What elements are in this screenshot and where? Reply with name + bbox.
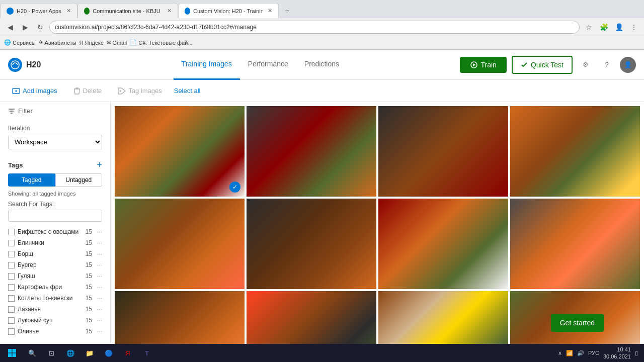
tag-name-5[interactable]: Картофель фри bbox=[18, 284, 83, 291]
url-input[interactable]: customvision.ai/projects/86fcf23c-6da7-4… bbox=[49, 21, 580, 34]
tag-name-7[interactable]: Лазанья bbox=[18, 306, 83, 313]
image-cell[interactable] bbox=[378, 291, 508, 344]
image-cell[interactable] bbox=[115, 199, 245, 289]
tag-item: Лазанья 15 ··· bbox=[8, 304, 102, 314]
forward-button[interactable]: ▶ bbox=[19, 21, 31, 33]
tab-predictions[interactable]: Predictions bbox=[296, 50, 347, 80]
tag-checkbox-4[interactable] bbox=[8, 273, 15, 280]
tab-1[interactable]: H20 - Power Apps ✕ bbox=[0, 3, 77, 18]
tab-3-close[interactable]: ✕ bbox=[268, 8, 272, 14]
tag-count-4: 15 bbox=[86, 273, 92, 280]
tag-checkbox-7[interactable] bbox=[8, 306, 15, 313]
tag-count-7: 15 bbox=[86, 306, 92, 313]
bookmark-gmail[interactable]: ✉ Gmail bbox=[107, 39, 127, 46]
bookmark-avia[interactable]: ✈ Авиабилеты bbox=[39, 39, 76, 46]
search-tags-input[interactable] bbox=[8, 210, 102, 222]
tab-2-close[interactable]: ✕ bbox=[167, 8, 172, 14]
tag-checkbox-6[interactable] bbox=[8, 295, 15, 302]
tag-more-9[interactable]: ··· bbox=[97, 328, 102, 335]
tab-2[interactable]: Communication site - KBJU - Bo... ✕ bbox=[77, 3, 178, 18]
image-cell[interactable] bbox=[378, 199, 508, 289]
tag-more-7[interactable]: ··· bbox=[97, 306, 102, 313]
tag-count-6: 15 bbox=[86, 295, 92, 302]
tag-checkbox-2[interactable] bbox=[8, 251, 15, 257]
filter-label: Filter bbox=[18, 107, 33, 115]
taskbar: 🔍 ⊡ 🌐 📁 🔵 Я T ∧ 📶 🔊 РУС 10:41 30.06.2021… bbox=[0, 344, 644, 344]
image-cell[interactable]: ✓ bbox=[115, 106, 245, 197]
main-content: Filter Iteration Workspace Tags + Tagged… bbox=[0, 102, 644, 344]
tag-name-4[interactable]: Гуляш bbox=[18, 273, 83, 280]
tag-more-5[interactable]: ··· bbox=[97, 284, 102, 291]
star-button[interactable]: ☆ bbox=[583, 21, 595, 33]
refresh-button[interactable]: ↻ bbox=[34, 21, 46, 33]
tag-name-3[interactable]: Бургер bbox=[18, 261, 83, 268]
tag-checkbox-1[interactable] bbox=[8, 240, 15, 246]
add-images-button[interactable]: Add images bbox=[8, 85, 61, 97]
tag-checkbox-3[interactable] bbox=[8, 262, 15, 268]
delete-icon bbox=[73, 87, 80, 95]
tags-section: Tags + Tagged Untagged Showing: all tagg… bbox=[0, 155, 110, 339]
tag-count-5: 15 bbox=[86, 284, 92, 291]
tag-item: Картофель фри 15 ··· bbox=[8, 282, 102, 292]
tab-training-images[interactable]: Training Images bbox=[174, 50, 240, 80]
tag-checkbox-9[interactable] bbox=[8, 328, 15, 335]
get-started-button[interactable]: Get started bbox=[551, 314, 604, 332]
tag-more-3[interactable]: ··· bbox=[97, 261, 102, 268]
quick-test-button[interactable]: Quick Test bbox=[512, 56, 573, 74]
tag-images-button[interactable]: Tag images bbox=[114, 85, 166, 97]
tag-item: Котлеты по-киевски 15 ··· bbox=[8, 293, 102, 303]
train-button[interactable]: Train bbox=[460, 57, 507, 73]
tag-count-1: 15 bbox=[86, 239, 92, 246]
image-cell[interactable] bbox=[510, 106, 640, 197]
tag-name-1[interactable]: Блинчики bbox=[18, 239, 83, 246]
tab-3-title: Custom Vision: H20 - Training Im... bbox=[193, 8, 263, 14]
image-cell[interactable] bbox=[247, 291, 376, 344]
image-cell[interactable] bbox=[378, 106, 508, 197]
tag-more-2[interactable]: ··· bbox=[97, 250, 102, 257]
image-cell[interactable] bbox=[247, 106, 376, 197]
tab-2-icon bbox=[84, 8, 90, 15]
nav-tabs: Training Images Performance Predictions bbox=[61, 50, 459, 80]
bookmark-yandex[interactable]: Я Яндекс bbox=[79, 40, 104, 46]
user-avatar[interactable]: 👤 bbox=[620, 57, 636, 73]
delete-button[interactable]: Delete bbox=[69, 85, 106, 97]
tag-more-1[interactable]: ··· bbox=[97, 239, 102, 246]
settings-button[interactable]: ⋮ bbox=[628, 21, 640, 33]
new-tab-button[interactable]: ＋ bbox=[279, 3, 295, 18]
tag-name-6[interactable]: Котлеты по-киевски bbox=[18, 295, 83, 302]
tag-checkbox-8[interactable] bbox=[8, 317, 15, 324]
account-button[interactable]: 👤 bbox=[613, 21, 625, 33]
tag-count-0: 15 bbox=[86, 228, 92, 235]
tag-checkbox-0[interactable] bbox=[8, 229, 15, 235]
tag-checkbox-5[interactable] bbox=[8, 284, 15, 291]
image-cell[interactable] bbox=[510, 199, 640, 289]
tag-more-4[interactable]: ··· bbox=[97, 273, 102, 280]
select-all-button[interactable]: Select all bbox=[174, 87, 201, 95]
tagged-toggle-button[interactable]: Tagged bbox=[8, 173, 55, 187]
image-cell[interactable] bbox=[115, 291, 245, 344]
tab-1-close[interactable]: ✕ bbox=[66, 8, 71, 14]
tag-name-2[interactable]: Борщ bbox=[18, 250, 83, 257]
tab-performance[interactable]: Performance bbox=[240, 50, 296, 80]
untagged-toggle-button[interactable]: Untagged bbox=[55, 173, 103, 187]
tag-more-6[interactable]: ··· bbox=[97, 295, 102, 302]
extensions-button[interactable]: 🧩 bbox=[598, 21, 610, 33]
tag-count-9: 15 bbox=[86, 328, 92, 335]
settings-icon-button[interactable]: ⚙ bbox=[578, 57, 594, 73]
tab-3[interactable]: Custom Vision: H20 - Training Im... ✕ bbox=[178, 3, 279, 18]
iteration-select[interactable]: Workspace bbox=[8, 135, 102, 149]
back-button[interactable]: ◀ bbox=[4, 21, 16, 33]
tag-name-9[interactable]: Оливье bbox=[18, 328, 83, 335]
tag-name-0[interactable]: Бифштекс с овощами bbox=[18, 228, 83, 235]
bookmark-services[interactable]: 🌐 Сервисы bbox=[4, 39, 36, 46]
tag-item: Борщ 15 ··· bbox=[8, 249, 102, 259]
tag-more-0[interactable]: ··· bbox=[97, 228, 102, 235]
tag-more-8[interactable]: ··· bbox=[97, 317, 102, 324]
add-tag-button[interactable]: + bbox=[97, 160, 102, 169]
help-icon-button[interactable]: ? bbox=[599, 57, 615, 73]
bookmark-cs[interactable]: 📄 С#. Текстовые фай... bbox=[130, 39, 192, 46]
tag-count-3: 15 bbox=[86, 261, 92, 268]
filter-button[interactable]: Filter bbox=[0, 102, 110, 120]
image-cell[interactable] bbox=[247, 199, 376, 289]
tag-name-8[interactable]: Луковый суп bbox=[18, 317, 83, 324]
